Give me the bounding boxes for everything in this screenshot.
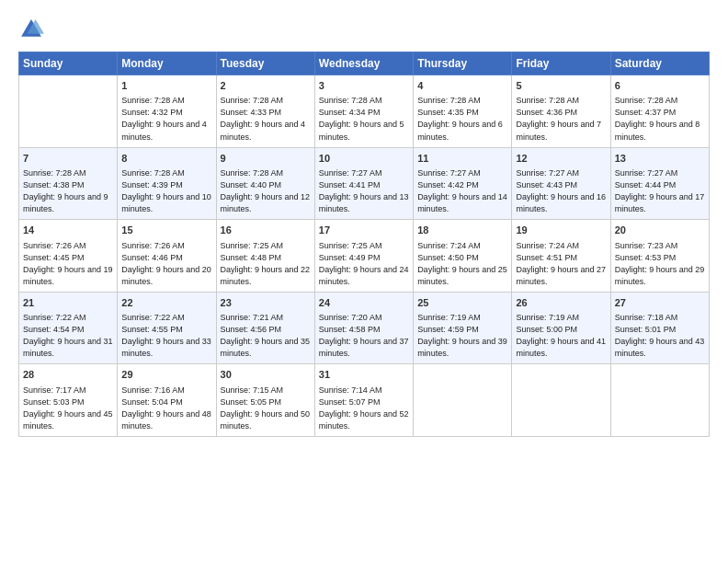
sunrise-text: Sunrise: 7:27 AM (319, 167, 409, 179)
day-number: 26 (516, 296, 606, 310)
day-number: 19 (516, 224, 606, 237)
sunset-text: Sunset: 4:40 PM (221, 179, 311, 191)
header (18, 17, 710, 42)
daylight-text: Daylight: 9 hours and 50 minutes. (221, 408, 311, 432)
sunset-text: Sunset: 4:32 PM (121, 107, 211, 119)
sunrise-text: Sunrise: 7:28 AM (221, 167, 311, 179)
day-number: 15 (121, 224, 211, 237)
calendar-cell: 3Sunrise: 7:28 AMSunset: 4:34 PMDaylight… (314, 75, 413, 148)
daylight-text: Daylight: 9 hours and 14 minutes. (417, 191, 507, 215)
calendar-cell: 16Sunrise: 7:25 AMSunset: 4:48 PMDayligh… (216, 220, 314, 293)
day-content: Sunrise: 7:26 AMSunset: 4:45 PMDaylight:… (23, 240, 113, 288)
sunset-text: Sunset: 4:59 PM (417, 324, 507, 336)
sunrise-text: Sunrise: 7:26 AM (23, 240, 113, 252)
calendar-cell: 23Sunrise: 7:21 AMSunset: 4:56 PMDayligh… (216, 292, 314, 364)
day-content: Sunrise: 7:28 AMSunset: 4:39 PMDaylight:… (121, 167, 211, 215)
day-number: 4 (417, 79, 507, 93)
sunrise-text: Sunrise: 7:18 AM (615, 312, 705, 324)
sunrise-text: Sunrise: 7:21 AM (221, 312, 311, 324)
sunrise-text: Sunrise: 7:25 AM (221, 240, 311, 252)
calendar-cell: 21Sunrise: 7:22 AMSunset: 4:54 PMDayligh… (19, 292, 118, 364)
daylight-text: Daylight: 9 hours and 4 minutes. (121, 119, 211, 143)
day-content: Sunrise: 7:27 AMSunset: 4:44 PMDaylight:… (615, 167, 705, 215)
calendar-cell: 27Sunrise: 7:18 AMSunset: 5:01 PMDayligh… (610, 292, 709, 364)
calendar-cell (414, 364, 512, 437)
day-number: 8 (121, 152, 211, 166)
header-row: SundayMondayTuesdayWednesdayThursdayFrid… (19, 52, 710, 75)
sunrise-text: Sunrise: 7:28 AM (516, 95, 606, 107)
sunrise-text: Sunrise: 7:19 AM (417, 312, 507, 324)
day-content: Sunrise: 7:21 AMSunset: 4:56 PMDaylight:… (221, 312, 311, 360)
calendar-cell: 31Sunrise: 7:14 AMSunset: 5:07 PMDayligh… (314, 364, 413, 437)
daylight-text: Daylight: 9 hours and 45 minutes. (23, 408, 113, 432)
day-content: Sunrise: 7:16 AMSunset: 5:04 PMDaylight:… (121, 385, 211, 432)
day-content: Sunrise: 7:27 AMSunset: 4:41 PMDaylight:… (319, 167, 409, 215)
daylight-text: Daylight: 9 hours and 31 minutes. (23, 336, 113, 360)
day-content: Sunrise: 7:24 AMSunset: 4:51 PMDaylight:… (516, 240, 606, 288)
calendar-cell: 18Sunrise: 7:24 AMSunset: 4:50 PMDayligh… (414, 220, 512, 293)
daylight-text: Daylight: 9 hours and 6 minutes. (417, 119, 507, 143)
sunrise-text: Sunrise: 7:20 AM (319, 312, 409, 324)
sunset-text: Sunset: 5:03 PM (23, 396, 113, 408)
sunrise-text: Sunrise: 7:28 AM (23, 167, 113, 179)
day-number: 31 (319, 368, 409, 382)
day-number: 11 (417, 152, 507, 166)
table-header: SundayMondayTuesdayWednesdayThursdayFrid… (19, 52, 710, 75)
sunset-text: Sunset: 5:04 PM (121, 396, 211, 408)
day-number: 30 (221, 368, 311, 382)
calendar-cell: 8Sunrise: 7:28 AMSunset: 4:39 PMDaylight… (118, 147, 216, 220)
calendar-table: SundayMondayTuesdayWednesdayThursdayFrid… (18, 52, 710, 437)
day-content: Sunrise: 7:27 AMSunset: 4:42 PMDaylight:… (417, 167, 507, 215)
day-number: 9 (221, 152, 311, 166)
sunset-text: Sunset: 4:33 PM (221, 107, 311, 119)
sunrise-text: Sunrise: 7:28 AM (319, 95, 409, 107)
calendar-cell: 20Sunrise: 7:23 AMSunset: 4:53 PMDayligh… (610, 220, 709, 293)
day-number: 18 (417, 224, 507, 237)
sunset-text: Sunset: 4:38 PM (23, 179, 113, 191)
day-number: 13 (615, 152, 705, 166)
daylight-text: Daylight: 9 hours and 35 minutes. (221, 336, 311, 360)
sunrise-text: Sunrise: 7:28 AM (221, 95, 311, 107)
sunrise-text: Sunrise: 7:16 AM (121, 385, 211, 396)
day-content: Sunrise: 7:28 AMSunset: 4:38 PMDaylight:… (23, 167, 113, 215)
sunset-text: Sunset: 5:00 PM (516, 324, 606, 336)
day-content: Sunrise: 7:26 AMSunset: 4:46 PMDaylight:… (121, 240, 211, 288)
sunrise-text: Sunrise: 7:27 AM (417, 167, 507, 179)
day-content: Sunrise: 7:28 AMSunset: 4:40 PMDaylight:… (221, 167, 311, 215)
daylight-text: Daylight: 9 hours and 39 minutes. (417, 336, 507, 360)
sunset-text: Sunset: 4:46 PM (121, 252, 211, 264)
day-number: 2 (221, 79, 311, 93)
calendar-cell: 2Sunrise: 7:28 AMSunset: 4:33 PMDaylight… (216, 75, 314, 148)
daylight-text: Daylight: 9 hours and 22 minutes. (221, 264, 311, 288)
page: SundayMondayTuesdayWednesdayThursdayFrid… (0, 0, 728, 563)
calendar-cell: 19Sunrise: 7:24 AMSunset: 4:51 PMDayligh… (512, 220, 610, 293)
daylight-text: Daylight: 9 hours and 43 minutes. (615, 336, 705, 360)
daylight-text: Daylight: 9 hours and 7 minutes. (516, 119, 606, 143)
week-row-3: 14Sunrise: 7:26 AMSunset: 4:45 PMDayligh… (19, 220, 710, 293)
logo (18, 17, 48, 42)
daylight-text: Daylight: 9 hours and 37 minutes. (319, 336, 409, 360)
day-content: Sunrise: 7:27 AMSunset: 4:43 PMDaylight:… (516, 167, 606, 215)
logo-icon (18, 17, 44, 42)
daylight-text: Daylight: 9 hours and 29 minutes. (615, 264, 705, 288)
sunset-text: Sunset: 4:51 PM (516, 252, 606, 264)
daylight-text: Daylight: 9 hours and 27 minutes. (516, 264, 606, 288)
week-row-5: 28Sunrise: 7:17 AMSunset: 5:03 PMDayligh… (19, 364, 710, 437)
calendar-cell: 15Sunrise: 7:26 AMSunset: 4:46 PMDayligh… (118, 220, 216, 293)
sunset-text: Sunset: 4:49 PM (319, 252, 409, 264)
daylight-text: Daylight: 9 hours and 5 minutes. (319, 119, 409, 143)
daylight-text: Daylight: 9 hours and 19 minutes. (23, 264, 113, 288)
calendar-cell (610, 364, 709, 437)
day-number: 21 (23, 296, 113, 310)
sunrise-text: Sunrise: 7:24 AM (417, 240, 507, 252)
sunrise-text: Sunrise: 7:23 AM (615, 240, 705, 252)
sunrise-text: Sunrise: 7:22 AM (23, 312, 113, 324)
daylight-text: Daylight: 9 hours and 33 minutes. (121, 336, 211, 360)
day-number: 16 (221, 224, 311, 237)
sunset-text: Sunset: 4:42 PM (417, 179, 507, 191)
sunset-text: Sunset: 4:45 PM (23, 252, 113, 264)
calendar-cell: 29Sunrise: 7:16 AMSunset: 5:04 PMDayligh… (118, 364, 216, 437)
calendar-cell: 14Sunrise: 7:26 AMSunset: 4:45 PMDayligh… (19, 220, 118, 293)
sunset-text: Sunset: 4:39 PM (121, 179, 211, 191)
calendar-cell: 7Sunrise: 7:28 AMSunset: 4:38 PMDaylight… (19, 147, 118, 220)
